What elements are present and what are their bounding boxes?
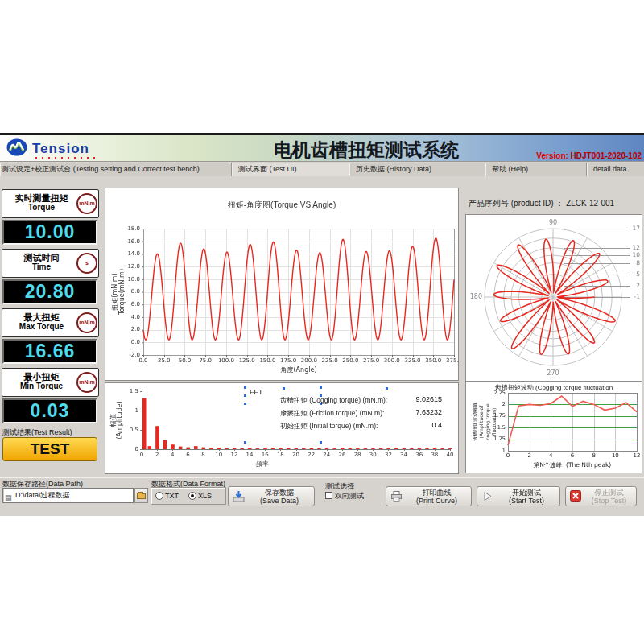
format-option-xls[interactable]: XLS — [188, 492, 212, 500]
max-torque-unit-badge: mN.m — [76, 312, 97, 333]
product-id: 产品序列号 (product ID) ： ZLCK-12-001 — [469, 198, 614, 209]
app-window: Tension 电机齿槽扭矩测试系统 Version: HDJT001-2020… — [0, 133, 644, 514]
main-content: 实时测量扭矩 Torque mN.m 10.00 测试时间 Time s 20.… — [0, 176, 644, 477]
fluctuation-panel: 齿槽扭矩波动 (Cogging torque fluctuation — [465, 381, 642, 473]
test-result-indicator[interactable]: TEST — [2, 437, 97, 461]
fft-cursor-dot[interactable] — [244, 441, 246, 444]
time-unit-badge: s — [76, 253, 97, 274]
min-torque-unit-badge: mN.m — [76, 372, 97, 393]
tab-history-data[interactable]: 历史数据 (History Data) — [349, 163, 485, 176]
tab-test-setting[interactable]: 测试设定+校正测试台 (Testing setting and Correct … — [0, 163, 232, 176]
max-torque-value-display: 16.66 — [2, 339, 97, 364]
fft-cursor-dot[interactable] — [386, 387, 388, 390]
torque-angle-chart — [105, 188, 458, 380]
app-header: Tension 电机齿槽扭矩测试系统 Version: HDJT001-2020… — [0, 135, 644, 162]
print-curve-button[interactable]: 打印曲线(Print Curve) — [386, 486, 472, 506]
printer-icon — [390, 490, 402, 506]
brand-tagline-dots — [35, 157, 98, 159]
min-torque-value-display: 0.03 — [2, 398, 97, 423]
cogging-torque-label: 齿槽扭矩 (Cogging torque) (mN.m): — [280, 396, 387, 406]
folder-icon — [137, 493, 146, 499]
min-torque-meter-label: 最小扭矩 Min Torque mN.m — [2, 368, 99, 397]
stop-icon — [570, 490, 581, 505]
tension-logo-icon — [6, 138, 28, 160]
play-icon — [481, 490, 493, 506]
data-format-group: TXT XLS — [151, 487, 226, 505]
version-text: Version: HDJT001-2020-102 — [536, 151, 642, 160]
start-test-button[interactable]: 开始测试(Start Test) — [477, 486, 560, 506]
save-icon — [233, 490, 245, 506]
tab-detail-data[interactable]: detail data — [587, 163, 644, 176]
polar-panel — [465, 214, 642, 385]
torque-unit-badge: mN.m — [76, 193, 97, 214]
save-data-button[interactable]: 保存数据(Save Data) — [228, 486, 315, 506]
initial-torque-label: 初始扭矩 (Initial torque) (mN.m): — [280, 422, 378, 431]
time-meter-label: 测试时间 Time s — [2, 249, 99, 278]
checkbox-icon[interactable] — [325, 492, 332, 499]
fft-cursor-dot[interactable] — [283, 387, 285, 390]
friction-torque-value: 7.63232 — [391, 408, 442, 416]
fft-label: FFT — [250, 388, 263, 396]
fft-cursor-dot[interactable] — [320, 441, 322, 444]
torque-angle-chart-title: 扭矩-角度图(Torque VS Angle) — [105, 200, 458, 211]
time-value-display: 20.80 — [2, 279, 97, 304]
torque-value-display: 10.00 — [2, 220, 97, 245]
torque-angle-panel: 扭矩-角度图(Torque VS Angle) — [105, 188, 459, 381]
fft-cursor[interactable] — [244, 386, 246, 407]
browse-folder-button[interactable] — [134, 488, 148, 503]
bottom-bar: 数据保存路径(Data Path) ▤ D:\data\过程数据 数据格式(Da… — [0, 477, 644, 516]
tab-bar: 测试设定+校正测试台 (Testing setting and Correct … — [0, 163, 644, 176]
initial-torque-value: 0.4 — [391, 421, 442, 429]
tab-test-ui[interactable]: 测试界面 (Test UI) — [232, 163, 349, 176]
brand-name: Tension — [32, 141, 89, 157]
path-icon: ▤ — [5, 491, 12, 505]
tab-help[interactable]: 帮助 (Help) — [485, 163, 587, 176]
fluct-chart — [466, 382, 642, 473]
torque-meter-label: 实时测量扭矩 Torque mN.m — [2, 189, 99, 218]
tension-logo: Tension — [6, 138, 89, 159]
stop-test-button[interactable]: 停止测试(Stop Test) — [565, 486, 637, 506]
bidirectional-test-option[interactable]: 双向测试 — [325, 491, 364, 502]
cogging-torque-value: 9.02615 — [391, 395, 442, 403]
fft-panel: FFT 齿槽扭矩 (Cogging torque) (mN.m): 9.0261… — [105, 382, 459, 474]
data-path-input[interactable]: ▤ D:\data\过程数据 — [2, 488, 134, 503]
radio-xls-icon[interactable] — [188, 492, 196, 500]
friction-torque-label: 摩擦扭矩 (Friction torque) (mN.m): — [280, 409, 384, 419]
max-torque-meter-label: 最大扭矩 Max Torque mN.m — [2, 308, 99, 337]
app-title: 电机齿槽扭矩测试系统 — [193, 138, 539, 163]
fluctuation-chart-title: 齿槽扭矩波动 (Cogging torque fluctuation — [466, 383, 642, 392]
format-option-txt[interactable]: TXT — [155, 492, 179, 500]
radio-txt-icon[interactable] — [155, 492, 163, 500]
polar-chart — [466, 215, 642, 384]
